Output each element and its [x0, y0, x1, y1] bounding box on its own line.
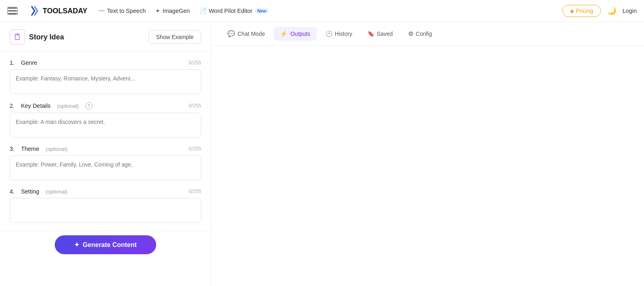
- story-icon: 🗒: [10, 29, 25, 45]
- key-details-field-group: 2. Key Details (optional) ? 0/255: [10, 102, 201, 138]
- tab-saved[interactable]: 🔖 Saved: [361, 27, 399, 40]
- genre-label: 1. Genre: [10, 60, 37, 66]
- genre-input[interactable]: [10, 69, 201, 94]
- left-header: 🗒 Story Idea Show Example: [0, 22, 211, 51]
- right-toolbar: 💬 Chat Mode ⚡ Outputs 🕐 History 🔖 Saved …: [211, 22, 644, 46]
- nav-imagegen[interactable]: ImageGen: [155, 8, 190, 14]
- tab-chat-mode[interactable]: 💬 Chat Mode: [221, 27, 271, 41]
- setting-label: 4. Setting (optional): [10, 188, 68, 195]
- tab-outputs[interactable]: ⚡ Outputs: [274, 27, 316, 41]
- dark-mode-button[interactable]: 🌙: [607, 6, 616, 15]
- page-title: 🗒 Story Idea: [10, 29, 64, 45]
- show-example-button[interactable]: Show Example: [149, 30, 201, 44]
- bolt-icon: ⚡: [280, 30, 288, 37]
- bookmark-icon: 🔖: [367, 31, 374, 37]
- genre-char-count: 0/255: [189, 60, 201, 66]
- login-button[interactable]: Login: [623, 8, 637, 14]
- right-panel: 💬 Chat Mode ⚡ Outputs 🕐 History 🔖 Saved …: [211, 22, 644, 286]
- theme-label: 3. Theme (optional): [10, 146, 68, 152]
- setting-char-count: 0/255: [189, 189, 201, 194]
- nav-right: Pricing 🌙 Login: [562, 5, 637, 17]
- key-details-input[interactable]: [10, 113, 201, 138]
- top-nav: TOOLSADAY Text to Speech ImageGen Word P…: [0, 0, 644, 22]
- generate-area: ✦ Generate Content: [0, 231, 211, 262]
- generate-button[interactable]: ✦ Generate Content: [55, 235, 156, 254]
- sparkles-icon: ✦: [74, 241, 79, 249]
- key-details-help-icon[interactable]: ?: [85, 102, 93, 109]
- main-layout: 🗒 Story Idea Show Example 1. Genre 0/255: [0, 22, 644, 286]
- logo[interactable]: TOOLSADAY: [29, 5, 87, 16]
- history-icon: 🕐: [326, 31, 332, 37]
- doc-icon: [200, 8, 206, 14]
- tab-history[interactable]: 🕐 History: [319, 27, 359, 40]
- right-content: [211, 46, 644, 286]
- genre-field-group: 1. Genre 0/255: [10, 60, 201, 94]
- chat-icon: 💬: [227, 30, 235, 37]
- setting-label-row: 4. Setting (optional) 0/255: [10, 188, 201, 195]
- nav-links: Text to Speech ImageGen Word Pilot Edito…: [99, 8, 551, 14]
- pricing-button[interactable]: Pricing: [562, 5, 601, 17]
- key-details-label: 2. Key Details (optional) ?: [10, 102, 93, 109]
- left-panel: 🗒 Story Idea Show Example 1. Genre 0/255: [0, 22, 211, 286]
- form-content: 1. Genre 0/255 2. Key Details (optional)…: [0, 51, 211, 231]
- key-details-char-count: 0/255: [189, 103, 201, 109]
- config-icon: ⚙: [408, 30, 413, 37]
- tab-config[interactable]: ⚙ Config: [402, 27, 438, 41]
- waveform-icon: [99, 8, 105, 14]
- theme-char-count: 0/255: [189, 146, 201, 152]
- theme-input[interactable]: [10, 155, 201, 180]
- menu-button[interactable]: [7, 7, 18, 15]
- setting-field-group: 4. Setting (optional) 0/255: [10, 188, 201, 223]
- genre-label-row: 1. Genre 0/255: [10, 60, 201, 66]
- setting-input[interactable]: [10, 198, 201, 223]
- key-details-label-row: 2. Key Details (optional) ? 0/255: [10, 102, 201, 109]
- nav-text-to-speech[interactable]: Text to Speech: [99, 8, 146, 14]
- theme-field-group: 3. Theme (optional) 0/255: [10, 146, 201, 180]
- imagegen-icon: [155, 8, 160, 14]
- nav-word-pilot[interactable]: Word Pilot Editor New: [200, 8, 269, 14]
- new-badge: New: [255, 8, 269, 14]
- diamond-icon: [570, 8, 574, 14]
- theme-label-row: 3. Theme (optional) 0/255: [10, 146, 201, 152]
